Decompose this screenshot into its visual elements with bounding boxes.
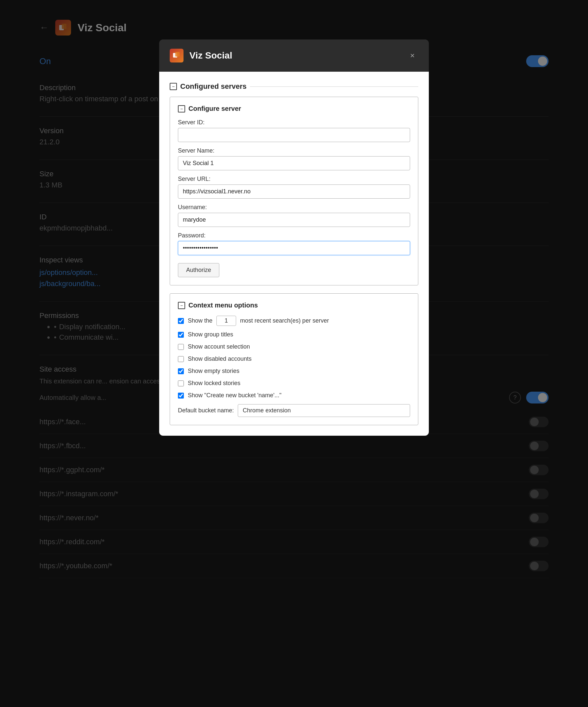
configure-server-collapse[interactable]: − <box>178 105 185 112</box>
svg-rect-3 <box>175 52 179 57</box>
show-group-titles-row: Show group titles <box>178 331 410 338</box>
server-name-label: Server Name: <box>178 147 410 154</box>
configured-servers-collapse[interactable]: − <box>170 83 177 90</box>
show-recent-checkbox[interactable] <box>178 318 184 324</box>
modal-dialog: Viz Social × − Configured servers − Conf… <box>159 39 429 436</box>
show-empty-stories-row: Show empty stories <box>178 368 410 375</box>
show-locked-stories-checkbox[interactable] <box>178 380 184 386</box>
show-locked-stories-row: Show locked stories <box>178 380 410 387</box>
server-name-input[interactable] <box>178 156 410 170</box>
modal-header: Viz Social × <box>159 39 429 72</box>
password-label: Password: <box>178 232 410 239</box>
context-menu-options-box: − Context menu options Show the most rec… <box>170 293 418 425</box>
configure-server-title: Configure server <box>189 105 241 112</box>
authorize-button[interactable]: Authorize <box>178 263 219 277</box>
show-group-titles-label: Show group titles <box>188 331 233 338</box>
show-group-titles-checkbox[interactable] <box>178 332 184 338</box>
username-input[interactable] <box>178 213 410 227</box>
show-recent-count-input[interactable] <box>217 316 236 326</box>
show-empty-stories-checkbox[interactable] <box>178 368 184 374</box>
server-name-row: Server Name: <box>178 147 410 170</box>
default-bucket-input[interactable] <box>238 404 410 417</box>
configured-servers-header: − Configured servers <box>170 82 418 91</box>
context-menu-collapse[interactable]: − <box>178 302 185 309</box>
section-divider-line <box>250 87 418 87</box>
show-account-selection-label: Show account selection <box>188 343 250 350</box>
server-url-row: Server URL: <box>178 176 410 199</box>
password-row: Password: <box>178 232 410 255</box>
password-input[interactable] <box>178 241 410 255</box>
server-id-label: Server ID: <box>178 119 410 126</box>
server-url-input[interactable] <box>178 184 410 199</box>
show-recent-post-label: most recent search(es) per server <box>240 317 329 324</box>
show-disabled-accounts-row: Show disabled accounts <box>178 356 410 362</box>
show-disabled-accounts-checkbox[interactable] <box>178 356 184 362</box>
show-create-bucket-checkbox[interactable] <box>178 393 184 399</box>
show-recent-pre-label: Show the <box>188 317 213 324</box>
show-account-selection-row: Show account selection <box>178 343 410 350</box>
context-menu-title: Context menu options <box>189 302 258 309</box>
modal-close-button[interactable]: × <box>406 49 418 62</box>
show-empty-stories-label: Show empty stories <box>188 368 239 375</box>
show-account-selection-checkbox[interactable] <box>178 344 184 350</box>
username-row: Username: <box>178 204 410 227</box>
default-bucket-row: Default bucket name: <box>178 404 410 417</box>
show-create-bucket-label: Show "Create new bucket 'name'..." <box>188 392 282 399</box>
default-bucket-label: Default bucket name: <box>178 407 234 414</box>
show-disabled-accounts-label: Show disabled accounts <box>188 356 252 362</box>
configured-servers-title: Configured servers <box>180 82 247 91</box>
show-create-bucket-row: Show "Create new bucket 'name'..." <box>178 392 410 399</box>
show-locked-stories-label: Show locked stories <box>188 380 240 387</box>
modal-icon <box>170 49 184 63</box>
modal-title: Viz Social <box>189 50 400 61</box>
server-id-input[interactable] <box>178 128 410 142</box>
context-menu-header: − Context menu options <box>178 302 410 309</box>
configure-server-box: − Configure server Server ID: Server Nam… <box>170 97 418 285</box>
server-url-label: Server URL: <box>178 176 410 182</box>
modal-overlay[interactable]: Viz Social × − Configured servers − Conf… <box>0 0 588 707</box>
configure-server-header: − Configure server <box>178 105 410 112</box>
username-label: Username: <box>178 204 410 211</box>
show-recent-row: Show the most recent search(es) per serv… <box>178 316 410 326</box>
modal-body: − Configured servers − Configure server … <box>159 72 429 436</box>
server-id-row: Server ID: <box>178 119 410 142</box>
